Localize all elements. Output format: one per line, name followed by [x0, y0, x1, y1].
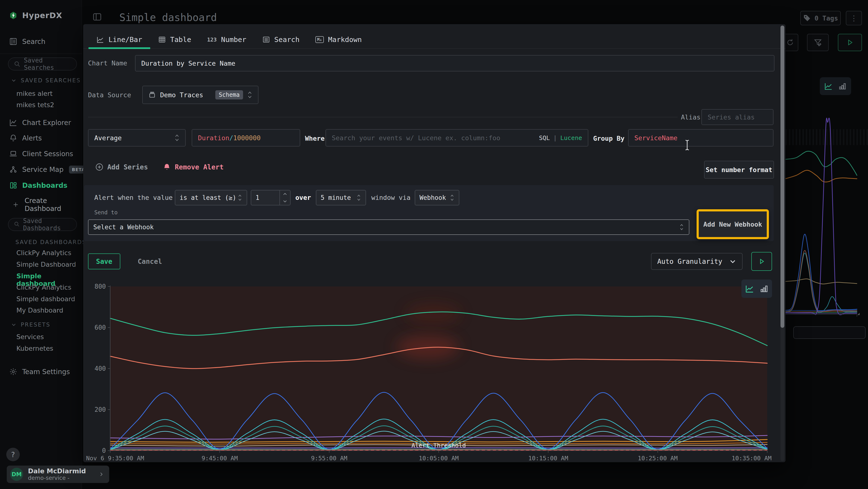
saved-dashboard-item[interactable]: Simple Dashboard	[17, 261, 76, 268]
granularity-select[interactable]: Auto Granularity	[651, 253, 743, 270]
page-title: Simple dashboard	[119, 11, 217, 23]
kebab-icon: ⋮	[850, 14, 858, 23]
kebab-menu-button[interactable]: ⋮	[846, 11, 862, 25]
select-chevrons-icon	[356, 194, 361, 202]
add-series-button[interactable]: Add Series	[95, 163, 148, 171]
chart-name-input[interactable]: Duration by Service Name	[135, 55, 774, 71]
schema-badge[interactable]: Schema	[215, 90, 243, 99]
tag-icon	[803, 14, 811, 22]
collapse-sidebar-icon[interactable]	[92, 12, 102, 22]
window-via-text: window via	[371, 194, 411, 201]
run-chart-button[interactable]	[751, 252, 772, 271]
play-icon	[758, 258, 765, 265]
modal-scrollbar-thumb[interactable]	[780, 26, 784, 328]
svg-text:Alert Threshold: Alert Threshold	[411, 442, 466, 449]
tab-line-bar[interactable]: Line/Bar	[89, 31, 150, 49]
gear-icon	[9, 368, 18, 376]
alert-channel-select[interactable]: Webhook	[415, 190, 459, 205]
add-new-webhook-button[interactable]: Add New Webhook	[703, 221, 762, 228]
group-by-input[interactable]: ServiceName	[628, 129, 774, 146]
chevron-down-icon	[11, 322, 17, 327]
aggregation-select[interactable]: Average	[88, 129, 186, 146]
preset-item[interactable]: Services	[17, 333, 44, 341]
saved-dashboard-item[interactable]: ClickPy Analytics	[17, 249, 71, 257]
saved-dashboards-placeholder: Saved Dashboards	[23, 217, 76, 232]
background-panel	[793, 326, 866, 339]
hyperdx-logo-icon	[9, 11, 18, 20]
plus-icon	[12, 202, 19, 208]
sidebar-item-dashboards[interactable]: Dashboards	[0, 180, 82, 191]
search-page-icon	[9, 37, 18, 46]
resize-handle-icon[interactable]	[855, 310, 860, 316]
field-expression-input[interactable]: Duration/1000000	[192, 129, 300, 146]
alert-window-select[interactable]: 5 minute	[316, 190, 366, 205]
background-chart-type-toggle[interactable]	[820, 77, 851, 95]
sidebar-item-chart-explorer[interactable]: Chart Explorer	[0, 117, 82, 128]
group-by-label: Group By	[593, 135, 624, 142]
select-chevrons-icon	[247, 91, 252, 99]
chart-type-tabbar: Line/Bar Table 123 Number Search M↓ Mark…	[83, 31, 785, 49]
remove-alert-button[interactable]: Remove Alert	[163, 163, 223, 171]
saved-searches-header[interactable]: SAVED SEARCHES	[11, 77, 81, 84]
saved-dashboard-item[interactable]: Simple dashboard	[17, 295, 75, 303]
brand[interactable]: HyperDX	[0, 10, 82, 21]
sidebar-item-search[interactable]: Search	[0, 36, 82, 47]
data-source-select[interactable]: Demo Traces Schema	[142, 86, 258, 104]
bar-chart-icon[interactable]	[838, 82, 847, 90]
tags-button[interactable]: 0 Tags	[800, 11, 841, 25]
saved-dashboards-header[interactable]: SAVED DASHBOARDS	[11, 239, 84, 245]
saved-dashboards-input[interactable]: Saved Dashboards	[8, 218, 77, 231]
sidebar-item-client-sessions[interactable]: Client Sessions	[0, 148, 82, 159]
alert-condition-select[interactable]: is at least (≥)	[175, 190, 247, 205]
tab-number[interactable]: 123 Number	[199, 31, 254, 49]
chart-name-label: Chart Name	[88, 59, 127, 67]
where-input[interactable]: Search your events w/ Lucene ex. column:…	[326, 129, 588, 146]
alert-threshold-input[interactable]: 1	[251, 190, 290, 205]
tab-search[interactable]: Search	[254, 31, 308, 49]
sidebar-item-label: Search	[22, 38, 45, 46]
number-stepper[interactable]	[279, 191, 290, 205]
alert-bell-icon	[163, 163, 171, 171]
svg-text:400: 400	[94, 365, 106, 372]
saved-search-item[interactable]: mikes tets2	[17, 101, 54, 109]
saved-dashboard-item[interactable]: ClickPy Analytics	[17, 284, 71, 291]
add-new-webhook-highlight: Add New Webhook	[696, 209, 769, 239]
sidebar-item-team-settings[interactable]: Team Settings	[0, 366, 82, 377]
help-button[interactable]: ?	[6, 448, 20, 461]
bar-chart-icon[interactable]	[760, 284, 769, 293]
background-chart-tile	[785, 70, 868, 331]
presets-header[interactable]: PRESETS	[11, 321, 51, 328]
markdown-icon: M↓	[315, 36, 323, 43]
saved-searches-input[interactable]: Saved Searches	[8, 57, 77, 70]
user-subtitle: demo-service -	[28, 475, 86, 481]
select-chevrons-icon	[238, 194, 242, 202]
filter-edit-icon	[814, 38, 822, 47]
preset-item[interactable]: Kubernetes	[17, 345, 53, 352]
run-query-button-background[interactable]	[838, 34, 862, 51]
saved-dashboard-item[interactable]: My Dashboard	[17, 307, 63, 314]
laptop-icon	[9, 150, 18, 158]
sql-toggle[interactable]: SQL	[539, 135, 550, 141]
select-chevrons-icon	[175, 134, 179, 142]
search-list-icon	[262, 36, 270, 44]
webhook-select[interactable]: Select a Webhook	[88, 220, 689, 235]
chart-type-toggle[interactable]	[741, 280, 772, 298]
save-button[interactable]: Save	[88, 253, 120, 269]
line-chart-icon[interactable]	[824, 82, 833, 90]
cancel-button[interactable]: Cancel	[134, 253, 165, 269]
sidebar-item-alerts[interactable]: Alerts	[0, 133, 82, 143]
alias-input[interactable]: Series alias	[702, 109, 774, 125]
set-number-format-button[interactable]: Set number format	[704, 161, 774, 179]
svg-text:200: 200	[94, 406, 106, 413]
tab-table[interactable]: Table	[150, 31, 199, 49]
saved-search-item[interactable]: mikes alert	[17, 90, 53, 97]
svg-text:800: 800	[94, 283, 106, 290]
sidebar-item-service-map[interactable]: Service Map BETA	[0, 164, 82, 175]
line-chart-icon[interactable]	[745, 284, 754, 293]
tab-markdown[interactable]: M↓ Markdown	[307, 31, 370, 49]
filter-button[interactable]	[807, 34, 829, 51]
lucene-toggle[interactable]: Lucene	[560, 135, 582, 141]
create-dashboard-button[interactable]: Create Dashboard	[0, 199, 82, 210]
svg-text:600: 600	[94, 324, 106, 331]
user-card[interactable]: DM Dale McDiarmid demo-service -	[7, 466, 109, 483]
